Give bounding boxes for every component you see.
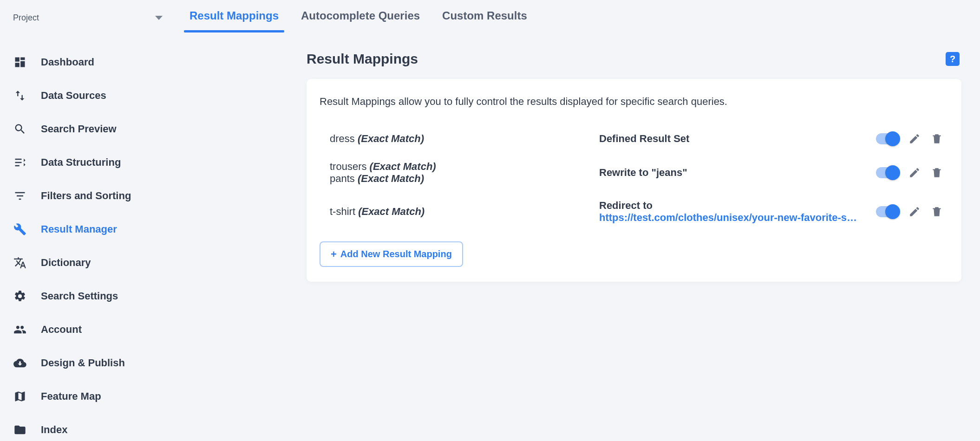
trash-icon — [931, 167, 943, 179]
tab-label: Custom Results — [442, 9, 527, 22]
term-match: (Exact Match) — [358, 206, 425, 217]
sidebar-item-data-sources[interactable]: Data Sources — [0, 79, 176, 112]
edit-button[interactable] — [908, 205, 921, 219]
mapping-terms: t-shirt (Exact Match) — [330, 206, 590, 218]
chevron-down-icon — [155, 16, 163, 20]
sidebar-item-label: Data Structuring — [41, 156, 121, 169]
sidebar-item-design-publish[interactable]: Design & Publish — [0, 346, 176, 380]
pencil-icon — [908, 133, 921, 145]
cloud-download-icon — [13, 356, 27, 370]
sidebar-nav: Dashboard Data Sources Search Preview Da… — [0, 45, 176, 441]
sidebar-item-dashboard[interactable]: Dashboard — [0, 45, 176, 79]
sidebar-item-label: Design & Publish — [41, 357, 125, 369]
mapping-controls — [876, 205, 944, 219]
trash-icon — [931, 206, 943, 218]
sidebar-item-index[interactable]: Index — [0, 413, 176, 441]
sidebar-item-feature-map[interactable]: Feature Map — [0, 380, 176, 413]
sidebar-item-label: Account — [41, 324, 82, 336]
edit-button[interactable] — [908, 166, 921, 180]
sidebar-item-account[interactable]: Account — [0, 313, 176, 346]
sidebar-item-label: Data Sources — [41, 90, 106, 102]
pencil-icon — [908, 167, 921, 179]
help-icon: ? — [950, 54, 955, 65]
dashboard-icon — [13, 55, 27, 69]
sidebar-item-label: Result Manager — [41, 223, 117, 235]
sidebar-item-search-settings[interactable]: Search Settings — [0, 279, 176, 313]
sidebar-item-label: Dictionary — [41, 257, 91, 269]
project-selector[interactable]: Project — [0, 8, 176, 27]
pencil-icon — [908, 206, 921, 218]
mapping-controls — [876, 166, 944, 180]
tab-autocomplete-queries[interactable]: Autocomplete Queries — [301, 9, 420, 32]
mapping-row: trousers (Exact Match) pants (Exact Matc… — [320, 153, 948, 192]
term-match: (Exact Match) — [358, 133, 424, 144]
data-sources-icon — [13, 89, 27, 103]
sidebar-item-label: Search Preview — [41, 123, 117, 135]
mapping-action: Defined Result Set — [599, 133, 867, 145]
card-description: Result Mappings allow you to fully contr… — [320, 96, 948, 108]
delete-button[interactable] — [930, 132, 944, 146]
tab-label: Result Mappings — [189, 9, 279, 22]
sidebar: Project Dashboard Data Sources Searc — [0, 0, 176, 441]
tools-icon — [13, 222, 27, 236]
redirect-label: Redirect to — [599, 200, 861, 212]
folder-icon — [13, 423, 27, 437]
project-label: Project — [13, 13, 39, 23]
translate-icon — [13, 256, 27, 270]
sidebar-item-filters-sorting[interactable]: Filters and Sorting — [0, 179, 176, 213]
mapping-controls — [876, 132, 944, 146]
sidebar-item-search-preview[interactable]: Search Preview — [0, 112, 176, 146]
sidebar-item-dictionary[interactable]: Dictionary — [0, 246, 176, 279]
mapping-row: t-shirt (Exact Match) Redirect to https:… — [320, 192, 948, 231]
term-text: trousers — [330, 161, 366, 172]
plus-icon: + — [331, 249, 337, 259]
mapping-terms: dress (Exact Match) — [330, 133, 590, 145]
sidebar-item-label: Search Settings — [41, 290, 118, 302]
term-text: t-shirt — [330, 206, 355, 217]
map-icon — [13, 389, 27, 403]
tab-label: Autocomplete Queries — [301, 9, 420, 22]
sidebar-item-label: Index — [41, 424, 67, 436]
redirect-url[interactable]: https://test.com/clothes/unisex/your-new… — [599, 212, 861, 224]
page-header: Result Mappings ? — [307, 51, 961, 67]
main-content: Result Mappings Autocomplete Queries Cus… — [176, 0, 980, 441]
page-title: Result Mappings — [307, 51, 418, 67]
term-match: (Exact Match) — [358, 173, 424, 184]
help-button[interactable]: ? — [946, 52, 960, 66]
edit-button[interactable] — [908, 132, 921, 146]
search-icon — [13, 122, 27, 136]
tab-custom-results[interactable]: Custom Results — [442, 9, 527, 32]
enable-toggle[interactable] — [876, 133, 899, 144]
structuring-icon — [13, 156, 27, 169]
tabs: Result Mappings Autocomplete Queries Cus… — [176, 0, 961, 32]
people-icon — [13, 323, 27, 337]
result-mappings-card: Result Mappings allow you to fully contr… — [307, 79, 961, 282]
sidebar-item-label: Filters and Sorting — [41, 190, 131, 202]
mapping-action: Redirect to https://test.com/clothes/uni… — [599, 200, 867, 224]
add-button-label: Add New Result Mapping — [340, 249, 452, 259]
term-text: pants — [330, 173, 355, 184]
term-text: dress — [330, 133, 355, 144]
trash-icon — [931, 133, 943, 145]
mapping-action: Rewrite to "jeans" — [599, 167, 867, 179]
enable-toggle[interactable] — [876, 206, 899, 217]
sidebar-item-data-structuring[interactable]: Data Structuring — [0, 146, 176, 179]
sidebar-item-label: Dashboard — [41, 56, 94, 68]
filters-icon — [13, 189, 27, 203]
sidebar-item-result-manager[interactable]: Result Manager — [0, 213, 176, 246]
sidebar-item-label: Feature Map — [41, 390, 101, 402]
delete-button[interactable] — [930, 205, 944, 219]
gear-icon — [13, 289, 27, 303]
tab-result-mappings[interactable]: Result Mappings — [189, 9, 279, 32]
delete-button[interactable] — [930, 166, 944, 180]
add-result-mapping-button[interactable]: + Add New Result Mapping — [320, 241, 463, 267]
mapping-terms: trousers (Exact Match) pants (Exact Matc… — [330, 161, 590, 185]
term-match: (Exact Match) — [370, 161, 436, 172]
mapping-row: dress (Exact Match) Defined Result Set — [320, 124, 948, 153]
enable-toggle[interactable] — [876, 167, 899, 178]
